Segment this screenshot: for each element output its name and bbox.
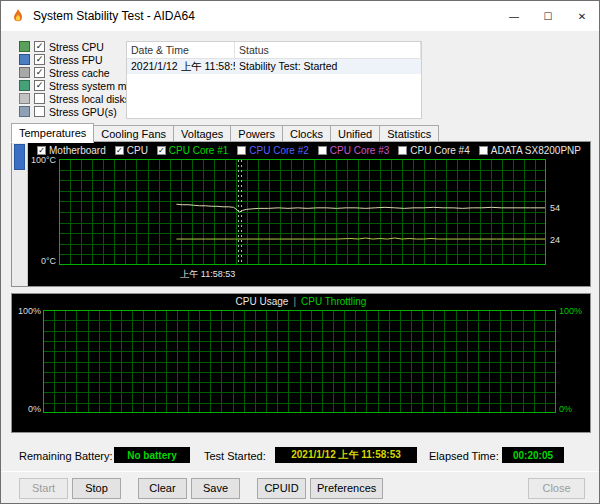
log-body: 2021/1/12 上午 11:58:53Stability Test: Sta… (127, 59, 421, 74)
tab-powers[interactable]: Powers (231, 125, 283, 142)
preferences-button[interactable]: Preferences (310, 478, 383, 499)
app-icon (10, 8, 26, 24)
button-row: StartStopClearSaveCPUIDPreferences (19, 478, 387, 499)
legend-label: Motherboard (49, 145, 106, 156)
log-status: Stability Test: Started (235, 59, 421, 74)
event-log-table: Date & TimeStatus 2021/1/12 上午 11:58:53S… (126, 41, 422, 119)
window-controls: — ☐ ✕ (497, 1, 599, 31)
clear-button[interactable]: Clear (138, 478, 187, 499)
checkbox[interactable]: ✓ (34, 80, 45, 91)
gpu-icon (19, 106, 30, 117)
time-axis-label: 上午 11:58:53 (163, 268, 235, 281)
stress-option-label: Stress local disks (49, 93, 130, 105)
disk-icon (19, 93, 30, 104)
elapsed-value: 00:20:05 (502, 447, 564, 463)
minimize-button[interactable]: — (497, 1, 531, 31)
save-button[interactable]: Save (191, 478, 240, 499)
legend-checkbox[interactable] (318, 146, 327, 155)
log-datetime: 2021/1/12 上午 11:58:53 (127, 59, 235, 74)
series-value-label: 54 (550, 203, 560, 213)
log-column-header[interactable]: Status (235, 42, 421, 59)
titlebar: System Stability Test - AIDA64 — ☐ ✕ (1, 1, 599, 31)
usage-chart-header: CPU Usage | CPU Throttling (12, 296, 590, 307)
tab-voltages[interactable]: Voltages (174, 125, 231, 142)
series-value-label: 24 (550, 235, 560, 245)
checkbox[interactable] (34, 106, 45, 117)
checkbox[interactable] (34, 93, 45, 104)
tab-clocks[interactable]: Clocks (283, 125, 331, 142)
legend-checkbox[interactable]: ✓ (115, 146, 124, 155)
tab-unified[interactable]: Unified (331, 125, 380, 142)
cache-icon (19, 67, 30, 78)
legend-label: CPU Core #3 (330, 145, 389, 156)
stress-option-label: Stress cache (49, 67, 110, 79)
close-window-button[interactable]: ✕ (565, 1, 599, 31)
stop-button[interactable]: Stop (72, 478, 121, 499)
usage-chart-panel: CPU Usage | CPU Throttling 100% 0% 100% … (11, 293, 591, 433)
legend-item[interactable]: ✓CPU Core #1 (157, 145, 228, 156)
tab-temperatures[interactable]: Temperatures (11, 123, 94, 143)
app-window: System Stability Test - AIDA64 — ☐ ✕ ✓St… (0, 0, 600, 504)
legend-label: ADATA SX8200PNP (491, 145, 581, 156)
separator (1, 471, 600, 472)
usage-title: CPU Usage (236, 296, 289, 307)
throttle-min-label: 0% (559, 404, 572, 414)
log-row[interactable]: 2021/1/12 上午 11:58:53Stability Test: Sta… (127, 59, 421, 74)
vertical-scrollbar[interactable] (12, 142, 28, 286)
scrollbar-thumb[interactable] (14, 144, 25, 170)
throttle-max-label: 100% (559, 306, 582, 316)
start-button[interactable]: Start (19, 478, 68, 499)
window-title: System Stability Test - AIDA64 (33, 9, 195, 23)
stress-option-label: Stress GPU(s) (49, 106, 117, 118)
throttling-title: CPU Throttling (301, 296, 366, 307)
legend-label: CPU Core #2 (249, 145, 308, 156)
usage-min-label: 0% (14, 404, 41, 414)
elapsed-label: Elapsed Time: (429, 450, 499, 462)
temperature-plot (59, 159, 546, 265)
test-started-label: Test Started: (204, 450, 266, 462)
usage-plot (43, 310, 556, 413)
legend-item[interactable]: ✓CPU (115, 145, 148, 156)
chart-legend: ✓Motherboard✓CPU✓CPU Core #1CPU Core #2C… (28, 143, 590, 158)
tab-strip: TemperaturesCooling FansVoltagesPowersCl… (11, 122, 439, 142)
log-header: Date & TimeStatus (127, 42, 421, 59)
cpu-icon (19, 41, 30, 52)
battery-label: Remaining Battery: (19, 450, 113, 462)
usage-max-label: 100% (14, 306, 41, 316)
legend-checkbox[interactable]: ✓ (157, 146, 166, 155)
y-axis-max-label: 100°C (28, 155, 56, 165)
checkbox[interactable]: ✓ (34, 41, 45, 52)
legend-item[interactable]: ADATA SX8200PNP (479, 145, 581, 156)
legend-label: CPU (127, 145, 148, 156)
maximize-button[interactable]: ☐ (531, 1, 565, 31)
stress-option-label: Stress FPU (49, 54, 103, 66)
cpuid-button[interactable]: CPUID (257, 478, 306, 499)
memory-icon (19, 80, 30, 91)
legend-label: CPU Core #1 (169, 145, 228, 156)
legend-item[interactable]: CPU Core #3 (318, 145, 389, 156)
tab-cooling-fans[interactable]: Cooling Fans (94, 125, 174, 142)
checkbox[interactable]: ✓ (34, 67, 45, 78)
legend-checkbox[interactable] (479, 146, 488, 155)
legend-checkbox[interactable] (398, 146, 407, 155)
log-column-header[interactable]: Date & Time (127, 42, 235, 59)
legend-item[interactable]: CPU Core #2 (237, 145, 308, 156)
temperature-chart: ✓Motherboard✓CPU✓CPU Core #1CPU Core #2C… (28, 142, 590, 286)
title-separator: | (293, 296, 296, 307)
legend-label: CPU Core #4 (410, 145, 469, 156)
legend-item[interactable]: CPU Core #4 (398, 145, 469, 156)
close-button[interactable]: Close (528, 478, 585, 499)
tab-statistics[interactable]: Statistics (380, 125, 439, 142)
y-axis-min-label: 0°C (28, 256, 56, 266)
legend-checkbox[interactable] (237, 146, 246, 155)
checkbox[interactable]: ✓ (34, 54, 45, 65)
temperature-chart-panel: ✓Motherboard✓CPU✓CPU Core #1CPU Core #2C… (11, 141, 591, 287)
legend-checkbox[interactable]: ✓ (37, 146, 46, 155)
battery-value: No battery (114, 447, 190, 463)
fpu-icon (19, 54, 30, 65)
test-started-value: 2021/1/12 上午 11:58:53 (275, 447, 417, 463)
stress-option-label: Stress CPU (49, 41, 104, 53)
